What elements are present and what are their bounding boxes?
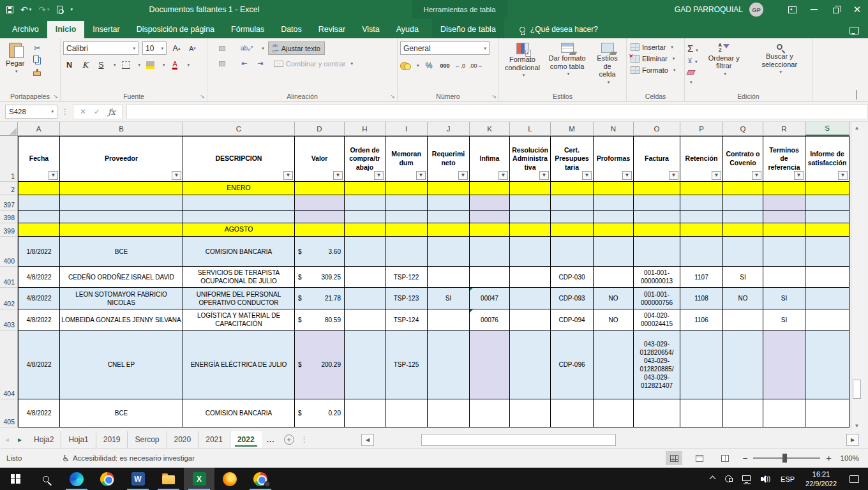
cell-R399[interactable] xyxy=(763,223,805,237)
cell-J405[interactable] xyxy=(428,399,470,427)
cell-M399[interactable] xyxy=(551,223,594,237)
cell-Q1[interactable]: Contrato o Covenio▼ xyxy=(723,136,763,182)
cell-A402[interactable]: 4/8/2022 xyxy=(18,288,60,309)
cell-N402[interactable]: NO xyxy=(594,288,634,309)
cell-Q398[interactable] xyxy=(723,211,763,223)
cell-P404[interactable] xyxy=(680,330,723,399)
cell-B397[interactable] xyxy=(60,195,183,211)
comma-style-button[interactable]: 000 xyxy=(439,59,451,71)
cell-B402[interactable]: LEON SOTOMAYOR FABRICIO NICOLAS xyxy=(60,288,183,309)
cell-R403[interactable]: SI xyxy=(763,309,805,330)
cell-L401[interactable] xyxy=(510,267,551,288)
filter-button-A[interactable]: ▼ xyxy=(49,171,58,180)
zoom-level[interactable]: 100% xyxy=(841,454,859,462)
cell-I403[interactable]: TSP-124 xyxy=(385,309,428,330)
comments-icon[interactable] xyxy=(849,27,859,34)
cell-N1[interactable]: Proformas▼ xyxy=(594,136,634,182)
cell-C399[interactable]: AGOSTO xyxy=(183,223,295,237)
scroll-up-icon[interactable]: ▲ xyxy=(852,122,862,133)
cell-C403[interactable]: LOGÍSTICA Y MATERIAL DE CAPACITACIÓN xyxy=(183,309,295,330)
clear-icon[interactable]: ▾ xyxy=(687,68,698,85)
cell-D397[interactable] xyxy=(295,195,345,211)
grow-font-button[interactable]: A▴ xyxy=(170,42,183,54)
column-header-S[interactable]: S xyxy=(805,122,849,136)
cell-L403[interactable] xyxy=(510,309,551,330)
cell-S398[interactable] xyxy=(805,211,849,223)
hscroll-left-icon[interactable]: ◀ xyxy=(361,434,374,446)
cut-icon[interactable]: ✂ xyxy=(31,43,43,53)
column-header-B[interactable]: B xyxy=(60,122,183,136)
cell-R1[interactable]: Terminos de referencia▼ xyxy=(763,136,805,182)
taskbar-chrome[interactable] xyxy=(92,468,123,490)
cell-J397[interactable] xyxy=(428,195,470,211)
font-name-select[interactable]: Calibri▾ xyxy=(63,41,138,55)
cell-C401[interactable]: SERVICIOS DE TERAPISTA OCUPACIONAL DE JU… xyxy=(183,267,295,288)
cell-H405[interactable] xyxy=(345,399,385,427)
wrap-text-button[interactable]: abc↩ Ajustar texto xyxy=(268,41,325,55)
cell-O402[interactable]: 001-001- 000000756 xyxy=(634,288,680,309)
cell-N405[interactable] xyxy=(594,399,634,427)
column-header-A[interactable]: A xyxy=(18,122,60,136)
alineacion-dialog-launcher[interactable]: ↘ xyxy=(390,93,395,100)
zoom-in-icon[interactable]: + xyxy=(826,453,831,463)
column-header-Q[interactable]: Q xyxy=(723,122,763,136)
cell-D2[interactable] xyxy=(295,182,345,195)
row-header-2[interactable]: 2 xyxy=(0,182,18,195)
cell-H398[interactable] xyxy=(345,211,385,223)
decrease-indent-icon[interactable]: ⇤ xyxy=(238,57,250,70)
cell-I2[interactable] xyxy=(385,182,428,195)
sheet-tab-2020[interactable]: 2020 xyxy=(167,431,198,448)
cell-H400[interactable] xyxy=(345,237,385,267)
filter-button-I[interactable]: ▼ xyxy=(416,171,426,180)
cell-B398[interactable] xyxy=(60,211,183,223)
name-box[interactable]: S428▾ xyxy=(5,105,57,119)
cell-K405[interactable] xyxy=(470,399,510,427)
cell-N398[interactable] xyxy=(594,211,634,223)
formula-input[interactable] xyxy=(126,104,868,119)
column-header-K[interactable]: K xyxy=(470,122,510,136)
cell-M397[interactable] xyxy=(551,195,594,211)
cell-L404[interactable] xyxy=(510,330,551,399)
cancel-icon[interactable]: ✕ xyxy=(80,107,86,116)
sheet-nav-left-icon[interactable]: ◂ xyxy=(5,435,9,444)
increase-indent-icon[interactable]: ⇥ xyxy=(254,57,266,70)
cell-N403[interactable]: NO xyxy=(594,309,634,330)
column-header-J[interactable]: J xyxy=(428,122,470,136)
column-header-L[interactable]: L xyxy=(510,122,551,136)
tab-vista[interactable]: Vista xyxy=(354,21,388,38)
cell-P397[interactable] xyxy=(680,195,723,211)
zoom-slider[interactable] xyxy=(753,457,820,459)
taskbar-chrome-profile[interactable] xyxy=(245,468,276,490)
decrease-decimal-icon[interactable]: .00→ xyxy=(469,63,483,69)
italic-button[interactable]: K xyxy=(79,59,91,71)
taskbar-search-button[interactable] xyxy=(31,468,61,490)
cell-Q400[interactable] xyxy=(723,237,763,267)
cell-K400[interactable] xyxy=(470,237,510,267)
taskbar-explorer[interactable] xyxy=(153,468,184,490)
cell-O404[interactable]: 043-029- 012820654/ 043-029- 012820885/ … xyxy=(634,330,680,399)
cell-A403[interactable]: 4/8/2022 xyxy=(18,309,60,330)
filter-button-S[interactable]: ▼ xyxy=(838,171,848,180)
cell-S397[interactable] xyxy=(805,195,849,211)
align-middle-icon[interactable] xyxy=(219,46,225,51)
cell-P1[interactable]: Retención▼ xyxy=(680,136,723,182)
cell-J403[interactable] xyxy=(428,309,470,330)
cell-S404[interactable] xyxy=(805,330,849,399)
cell-B403[interactable]: LOMBEIDA GONZALES JENNY SILVANA xyxy=(60,309,183,330)
sort-filter-button[interactable]: AZ Ordenar y filtrar▾ xyxy=(701,41,747,91)
cell-R405[interactable] xyxy=(763,399,805,427)
cell-S405[interactable] xyxy=(805,399,849,427)
column-header-C[interactable]: C xyxy=(183,122,295,136)
cell-K2[interactable] xyxy=(470,182,510,195)
number-format-select[interactable]: General▾ xyxy=(400,41,490,55)
cell-O2[interactable] xyxy=(634,182,680,195)
cell-B399[interactable] xyxy=(60,223,183,237)
cell-P401[interactable]: 1107 xyxy=(680,267,723,288)
cell-A400[interactable]: 1/8/2022 xyxy=(18,237,60,267)
cell-D402[interactable]: $21.78 xyxy=(295,288,345,309)
tab-insertar[interactable]: Insertar xyxy=(84,21,128,38)
portapapeles-dialog-launcher[interactable]: ↘ xyxy=(53,93,58,100)
cell-Q2[interactable] xyxy=(723,182,763,195)
tell-me-box[interactable]: ¿Qué desea hacer? xyxy=(520,25,598,38)
paste-button[interactable]: Pegar▾ xyxy=(3,41,27,75)
